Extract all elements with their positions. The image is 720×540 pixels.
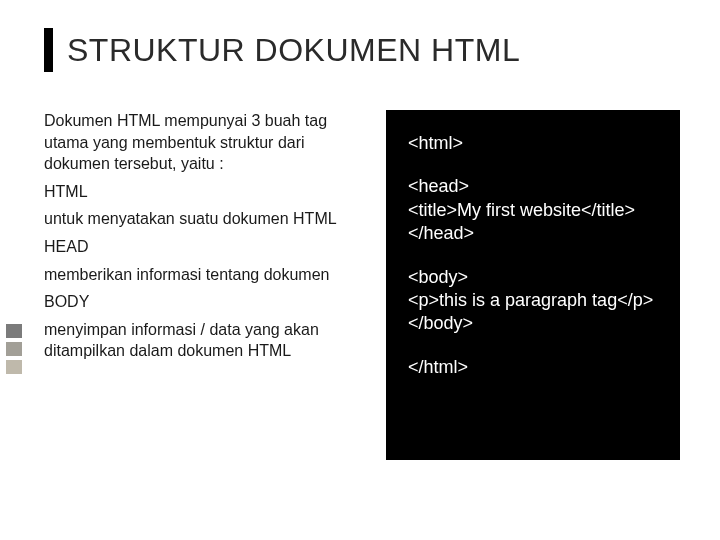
- code-line: <title>My first website</title>: [408, 199, 660, 222]
- code-line: </html>: [408, 356, 660, 379]
- desc-html: untuk menyatakan suatu dokumen HTML: [44, 208, 364, 230]
- description-column: Dokumen HTML mempunyai 3 buah tag utama …: [44, 110, 364, 460]
- code-line: <head>: [408, 175, 660, 198]
- square-icon: [6, 324, 22, 338]
- code-line: </body>: [408, 312, 660, 335]
- code-line: </head>: [408, 222, 660, 245]
- slide-title: STRUKTUR DOKUMEN HTML: [67, 32, 520, 69]
- decorative-side-squares: [6, 324, 22, 374]
- intro-text: Dokumen HTML mempunyai 3 buah tag utama …: [44, 110, 364, 175]
- term-body: BODY: [44, 291, 364, 313]
- desc-body: menyimpan informasi / data yang akan dit…: [44, 319, 364, 362]
- code-block-body: <body> <p>this is a paragraph tag</p> </…: [408, 266, 660, 336]
- code-line: <html>: [408, 132, 660, 155]
- code-block-close: </html>: [408, 356, 660, 379]
- accent-bar-icon: [44, 28, 53, 72]
- desc-head: memberikan informasi tentang dokumen: [44, 264, 364, 286]
- term-html: HTML: [44, 181, 364, 203]
- term-head: HEAD: [44, 236, 364, 258]
- square-icon: [6, 342, 22, 356]
- code-block-open: <html>: [408, 132, 660, 155]
- title-row: STRUKTUR DOKUMEN HTML: [44, 28, 680, 72]
- slide: STRUKTUR DOKUMEN HTML Dokumen HTML mempu…: [0, 0, 720, 540]
- code-block-head: <head> <title>My first website</title> <…: [408, 175, 660, 245]
- content-area: Dokumen HTML mempunyai 3 buah tag utama …: [44, 110, 680, 460]
- code-column: <html> <head> <title>My first website</t…: [386, 110, 680, 460]
- code-line: <p>this is a paragraph tag</p>: [408, 289, 660, 312]
- square-icon: [6, 360, 22, 374]
- code-line: <body>: [408, 266, 660, 289]
